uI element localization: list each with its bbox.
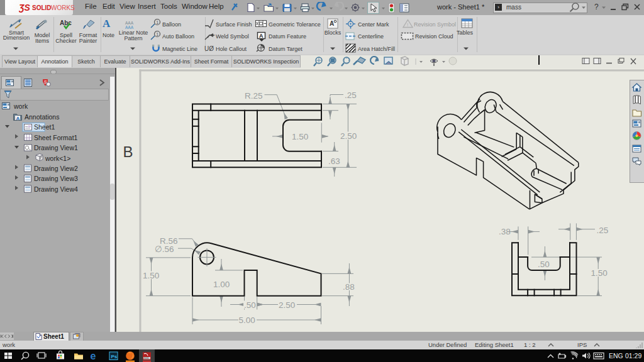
svg-text:.25: .25 <box>597 226 609 235</box>
svg-text:2.50: 2.50 <box>340 131 357 141</box>
svg-text:1: 1 <box>156 20 158 25</box>
svg-text:.50: .50 <box>244 300 256 310</box>
svg-text:.50: .50 <box>538 260 550 269</box>
svg-text:e: e <box>91 351 96 361</box>
svg-text:1.50: 1.50 <box>591 268 608 278</box>
svg-text:.88: .88 <box>343 282 355 292</box>
svg-text:SOLID: SOLID <box>32 4 52 11</box>
svg-text:5.00: 5.00 <box>239 315 255 325</box>
svg-text:work: work <box>13 102 28 110</box>
svg-text:1.50: 1.50 <box>143 271 159 280</box>
svg-text:work<1>: work<1> <box>45 155 70 162</box>
svg-text:ENG: ENG <box>609 352 623 359</box>
svg-text:1.50: 1.50 <box>292 132 308 141</box>
svg-text:ƷS: ƷS <box>19 3 31 13</box>
svg-text:Annotations: Annotations <box>25 113 59 121</box>
svg-text:.38: .38 <box>499 227 511 236</box>
svg-text:A: A <box>16 116 20 121</box>
svg-text:01:29: 01:29 <box>625 352 641 359</box>
svg-text:Sheet Format1: Sheet Format1 <box>34 134 78 141</box>
svg-text:R.25: R.25 <box>245 91 263 101</box>
svg-text:Drawing View3: Drawing View3 <box>34 175 78 182</box>
svg-text:1.00: 1.00 <box>213 280 230 289</box>
svg-text:∅.56: ∅.56 <box>155 244 174 254</box>
svg-text:2016: 2016 <box>143 357 148 359</box>
svg-text:1: 1 <box>156 32 158 36</box>
svg-text:2.50: 2.50 <box>279 300 295 310</box>
svg-text:B: B <box>123 143 133 160</box>
svg-text:Drawing View1: Drawing View1 <box>34 144 78 151</box>
svg-text:A: A <box>259 33 264 39</box>
svg-text:Drawing View2: Drawing View2 <box>34 165 78 172</box>
svg-text:AAA: AAA <box>125 25 134 30</box>
svg-text:A: A <box>330 20 334 27</box>
svg-text:Abc: Abc <box>60 19 72 26</box>
svg-text:!: ! <box>407 22 408 28</box>
svg-text:UØ: UØ <box>204 45 214 52</box>
svg-text:Sheet1: Sheet1 <box>34 123 55 131</box>
svg-text:WORKS: WORKS <box>51 4 75 11</box>
svg-text:.63: .63 <box>328 156 340 166</box>
svg-text:Ps: Ps <box>111 354 118 359</box>
svg-text:Drawing View4: Drawing View4 <box>34 185 78 193</box>
svg-text:.25: .25 <box>345 90 357 100</box>
